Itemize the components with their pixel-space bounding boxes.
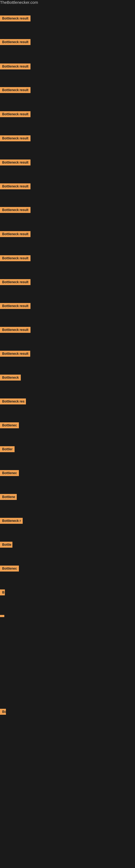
bottleneck-result-item[interactable]: Bottleneck res [0, 399, 26, 405]
bottleneck-label: Bottler [0, 446, 14, 452]
bottleneck-label: Bottleneck [0, 375, 21, 380]
bottleneck-result-item[interactable]: Bottleneck result [0, 327, 31, 334]
bottleneck-result-item[interactable]: Bottleneck result [0, 255, 31, 262]
bottleneck-label: Bottleneck r [0, 518, 23, 524]
bottleneck-label: Bottlenec [0, 422, 19, 428]
bottleneck-result-item[interactable]: Bottleneck result [0, 135, 31, 143]
site-header: TheBottlenecker.com [0, 0, 135, 5]
bottleneck-result-item[interactable]: B [0, 589, 5, 596]
bottleneck-label: Bottleneck result [0, 63, 31, 69]
bottleneck-result-item[interactable]: Bottleneck result [0, 183, 31, 190]
bottleneck-label: Bottleneck result [0, 87, 31, 93]
bottleneck-label: Bottleneck result [0, 16, 31, 22]
bottleneck-result-item[interactable]: Bottleneck result [0, 16, 31, 23]
bottleneck-result-item[interactable]: Bottleneck result [0, 159, 31, 166]
bottleneck-label: Bottleneck result [0, 255, 31, 261]
bottleneck-result-item[interactable]: Bottleneck [0, 375, 21, 382]
bottleneck-result-item[interactable]: Bottle [0, 542, 12, 549]
bottleneck-label: Bottleneck res [0, 399, 26, 404]
bottleneck-result-item[interactable]: Bottleneck result [0, 279, 31, 286]
bottleneck-result-item[interactable]: Bottleneck result [0, 87, 31, 94]
bottleneck-result-item[interactable]: Bottleneck result [0, 111, 31, 118]
bottleneck-label: Bottleneck result [0, 39, 31, 45]
bottleneck-label: Bottleneck result [0, 135, 31, 141]
bottleneck-result-item[interactable]: Bottleneck result [0, 39, 31, 46]
bottleneck-result-item[interactable]: Bottleneck result [0, 231, 31, 238]
bottleneck-result-item[interactable]: Bottlenec [0, 470, 19, 477]
bottleneck-label: Bottleneck result [0, 303, 31, 309]
bottleneck-result-item[interactable]: Bottler [0, 446, 14, 453]
bottleneck-label: Bottleneck result [0, 279, 31, 285]
bottleneck-label: Bottle [0, 542, 12, 548]
bottleneck-label: Bottleneck result [0, 159, 31, 165]
bottleneck-result-item[interactable]: Bottlene [0, 494, 17, 501]
bottleneck-label: Bottleneck result [0, 327, 31, 333]
bottleneck-label: Bo [0, 709, 6, 715]
bottleneck-result-item[interactable]: Bottleneck result [0, 351, 30, 358]
bottleneck-result-item[interactable]: Bottleneck result [0, 303, 31, 310]
bottleneck-result-item[interactable]: Bottleneck result [0, 63, 31, 70]
bottleneck-label: Bottleneck result [0, 231, 31, 237]
bottleneck-label: Bottleneck result [0, 207, 31, 213]
bottleneck-label: B [0, 589, 5, 595]
bottleneck-result-item[interactable]: Bo [0, 709, 6, 716]
bottleneck-label: Bottleneck result [0, 351, 30, 357]
bottleneck-label [0, 615, 4, 617]
bottleneck-label: Bottleneck result [0, 111, 31, 117]
bottleneck-result-item[interactable]: Bottlenec [0, 422, 19, 429]
bottleneck-label: Bottlene [0, 494, 17, 500]
bottleneck-label: Bottlenec [0, 565, 19, 571]
bottleneck-result-item[interactable]: Bottlenec [0, 565, 19, 572]
bottleneck-label: Bottleneck result [0, 183, 31, 189]
bottleneck-label: Bottlenec [0, 470, 19, 476]
bottleneck-result-item[interactable] [0, 613, 4, 618]
bottleneck-result-item[interactable]: Bottleneck r [0, 518, 23, 525]
bottleneck-result-item[interactable]: Bottleneck result [0, 207, 31, 214]
